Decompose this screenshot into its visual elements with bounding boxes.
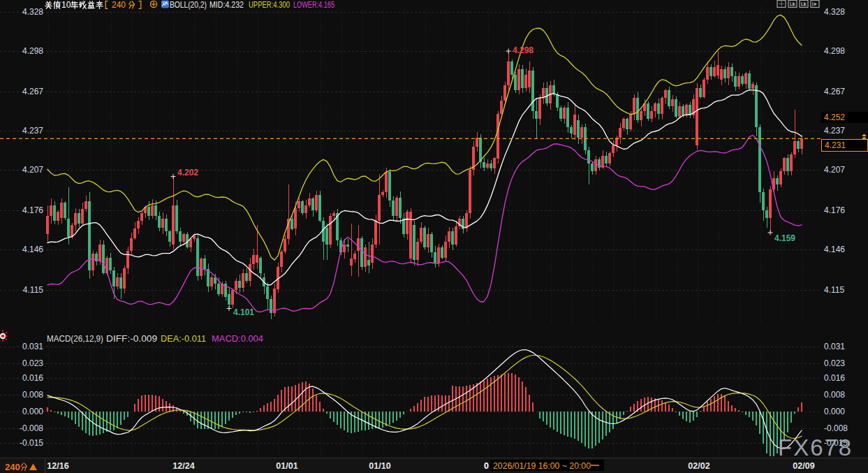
- svg-text:LOWER:4.165: LOWER:4.165: [293, 0, 334, 10]
- svg-text:0.031: 0.031: [824, 342, 845, 351]
- svg-text:01/10: 01/10: [369, 461, 390, 471]
- svg-text:-0.008: -0.008: [824, 423, 848, 433]
- svg-text:4.176: 4.176: [22, 205, 43, 215]
- svg-text:4.237: 4.237: [824, 126, 845, 136]
- svg-text:240: 240: [112, 0, 126, 10]
- svg-text:BOLL(20,2): BOLL(20,2): [170, 0, 207, 10]
- svg-text:-0.008: -0.008: [20, 423, 43, 433]
- svg-text:2026/01/19 16:00 ~ 20:00: 2026/01/19 16:00 ~ 20:00: [493, 461, 591, 471]
- svg-text:4.328: 4.328: [824, 7, 845, 17]
- svg-text:4.146: 4.146: [22, 245, 43, 254]
- svg-text:12/16: 12/16: [47, 461, 68, 471]
- svg-text:0.000: 0.000: [824, 407, 845, 416]
- svg-text:4.115: 4.115: [824, 285, 844, 295]
- svg-text:01/01: 01/01: [276, 461, 297, 471]
- svg-text:0.008: 0.008: [22, 390, 43, 400]
- svg-text:0: 0: [484, 461, 489, 471]
- svg-text:0.008: 0.008: [824, 390, 845, 400]
- svg-text:UPPER:4.300: UPPER:4.300: [249, 0, 290, 10]
- svg-text:DEA:-0.011: DEA:-0.011: [161, 334, 206, 344]
- svg-text:0.016: 0.016: [824, 373, 845, 383]
- svg-text:0.031: 0.031: [22, 342, 43, 351]
- svg-text:DIFF:-0.009: DIFF:-0.009: [106, 334, 157, 344]
- svg-text:4.231: 4.231: [825, 140, 846, 150]
- svg-text:02/09: 02/09: [793, 461, 814, 471]
- svg-text:MACD(26,12,9): MACD(26,12,9): [47, 334, 103, 344]
- svg-text:4.207: 4.207: [824, 165, 845, 175]
- svg-text:MID:4.232: MID:4.232: [209, 0, 244, 10]
- svg-text:4.252: 4.252: [824, 112, 845, 122]
- svg-text:4.146: 4.146: [824, 245, 845, 254]
- svg-text:4.267: 4.267: [22, 87, 43, 96]
- svg-text:MACD:0.004: MACD:0.004: [212, 334, 263, 344]
- svg-text:0.016: 0.016: [22, 373, 43, 383]
- svg-text:0.000: 0.000: [22, 407, 43, 416]
- svg-text:4.298: 4.298: [824, 46, 845, 56]
- svg-text:12/24: 12/24: [172, 461, 194, 471]
- svg-text:4.328: 4.328: [22, 7, 43, 17]
- svg-text:0.023: 0.023: [824, 358, 845, 368]
- svg-text:-0.015: -0.015: [20, 438, 43, 448]
- svg-text:4.207: 4.207: [22, 165, 43, 175]
- svg-text:FX678: FX678: [778, 435, 853, 460]
- svg-text:240: 240: [5, 462, 20, 472]
- svg-text:4.267: 4.267: [824, 87, 845, 96]
- svg-text:4.101: 4.101: [233, 307, 254, 317]
- svg-text:4.159: 4.159: [774, 233, 795, 243]
- svg-text:0.023: 0.023: [22, 358, 43, 368]
- svg-text:4.202: 4.202: [177, 168, 198, 177]
- svg-text:4.237: 4.237: [22, 126, 43, 136]
- svg-text:4.298: 4.298: [513, 45, 534, 55]
- svg-text:02/02: 02/02: [688, 461, 709, 471]
- svg-text:4.176: 4.176: [824, 205, 845, 215]
- svg-text:4.115: 4.115: [23, 285, 43, 295]
- svg-text:10: 10: [61, 0, 71, 10]
- svg-text:4.298: 4.298: [22, 46, 43, 56]
